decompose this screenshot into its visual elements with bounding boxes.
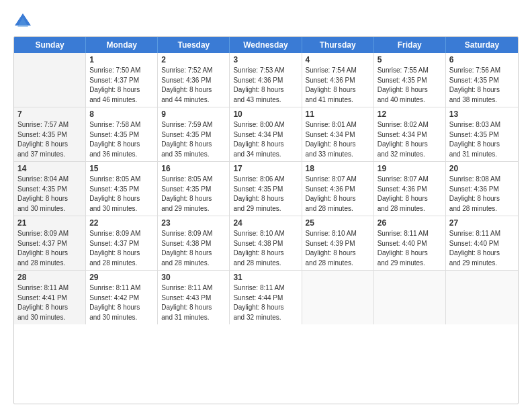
- calendar-cell: 1Sunrise: 7:50 AMSunset: 4:37 PMDaylight…: [86, 53, 158, 107]
- calendar-cell: 22Sunrise: 8:09 AMSunset: 4:37 PMDayligh…: [86, 216, 158, 270]
- calendar-cell: 13Sunrise: 8:03 AMSunset: 4:35 PMDayligh…: [446, 107, 518, 161]
- day-info: Sunrise: 8:11 AMSunset: 4:42 PMDaylight:…: [89, 283, 154, 322]
- day-number: 3: [233, 55, 298, 64]
- calendar-cell: [446, 271, 518, 324]
- day-info: Sunrise: 8:11 AMSunset: 4:40 PMDaylight:…: [449, 229, 515, 268]
- day-number: 1: [89, 55, 154, 64]
- day-number: 17: [233, 164, 298, 173]
- day-number: 12: [378, 109, 442, 119]
- day-number: 9: [161, 109, 226, 119]
- weekday-header: Saturday: [446, 37, 518, 53]
- calendar-cell: 25Sunrise: 8:10 AMSunset: 4:39 PMDayligh…: [302, 216, 374, 270]
- day-info: Sunrise: 7:59 AMSunset: 4:35 PMDaylight:…: [161, 120, 226, 159]
- day-info: Sunrise: 8:04 AMSunset: 4:35 PMDaylight:…: [17, 175, 82, 214]
- day-info: Sunrise: 7:55 AMSunset: 4:35 PMDaylight:…: [378, 66, 442, 105]
- day-info: Sunrise: 8:08 AMSunset: 4:36 PMDaylight:…: [449, 175, 515, 214]
- calendar-cell: 16Sunrise: 8:05 AMSunset: 4:35 PMDayligh…: [158, 162, 230, 216]
- day-info: Sunrise: 8:10 AMSunset: 4:38 PMDaylight:…: [233, 229, 298, 268]
- day-info: Sunrise: 8:11 AMSunset: 4:44 PMDaylight:…: [233, 283, 298, 322]
- day-number: 18: [306, 164, 370, 173]
- day-number: 20: [449, 164, 515, 173]
- day-number: 15: [89, 164, 154, 173]
- day-info: Sunrise: 8:09 AMSunset: 4:37 PMDaylight:…: [17, 229, 82, 268]
- day-info: Sunrise: 7:50 AMSunset: 4:37 PMDaylight:…: [89, 66, 154, 105]
- day-number: 2: [161, 55, 226, 64]
- day-info: Sunrise: 8:10 AMSunset: 4:39 PMDaylight:…: [306, 229, 370, 268]
- weekday-header: Sunday: [14, 37, 86, 53]
- calendar-cell: 7Sunrise: 7:57 AMSunset: 4:35 PMDaylight…: [14, 107, 86, 161]
- day-info: Sunrise: 8:09 AMSunset: 4:38 PMDaylight:…: [161, 229, 226, 268]
- day-number: 11: [306, 109, 370, 119]
- day-info: Sunrise: 8:11 AMSunset: 4:41 PMDaylight:…: [17, 283, 82, 322]
- calendar-cell: 21Sunrise: 8:09 AMSunset: 4:37 PMDayligh…: [14, 216, 86, 270]
- calendar-cell: 14Sunrise: 8:04 AMSunset: 4:35 PMDayligh…: [14, 162, 86, 216]
- calendar-week: 21Sunrise: 8:09 AMSunset: 4:37 PMDayligh…: [14, 216, 518, 271]
- calendar-cell: 12Sunrise: 8:02 AMSunset: 4:34 PMDayligh…: [374, 107, 446, 161]
- day-number: 7: [17, 109, 82, 119]
- weekday-header: Monday: [86, 37, 158, 53]
- day-number: 22: [89, 218, 154, 228]
- day-info: Sunrise: 7:53 AMSunset: 4:36 PMDaylight:…: [233, 66, 298, 105]
- weekday-header: Thursday: [302, 37, 374, 53]
- day-info: Sunrise: 7:56 AMSunset: 4:35 PMDaylight:…: [449, 66, 515, 105]
- weekday-header: Wednesday: [230, 37, 302, 53]
- calendar-page: SundayMondayTuesdayWednesdayThursdayFrid…: [0, 0, 532, 411]
- calendar-cell: [374, 271, 446, 324]
- logo: [13, 12, 35, 31]
- day-number: 23: [161, 218, 226, 228]
- day-number: 4: [306, 55, 370, 64]
- calendar-cell: 17Sunrise: 8:06 AMSunset: 4:35 PMDayligh…: [230, 162, 302, 216]
- calendar-cell: 26Sunrise: 8:11 AMSunset: 4:40 PMDayligh…: [374, 216, 446, 270]
- calendar: SundayMondayTuesdayWednesdayThursdayFrid…: [13, 36, 519, 404]
- calendar-week: 28Sunrise: 8:11 AMSunset: 4:41 PMDayligh…: [14, 271, 518, 324]
- day-info: Sunrise: 8:01 AMSunset: 4:34 PMDaylight:…: [306, 120, 370, 159]
- calendar-cell: 29Sunrise: 8:11 AMSunset: 4:42 PMDayligh…: [86, 271, 158, 324]
- day-info: Sunrise: 8:07 AMSunset: 4:36 PMDaylight:…: [306, 175, 370, 214]
- calendar-cell: 2Sunrise: 7:52 AMSunset: 4:36 PMDaylight…: [158, 53, 230, 107]
- day-info: Sunrise: 8:05 AMSunset: 4:35 PMDaylight:…: [89, 175, 154, 214]
- day-number: 5: [378, 55, 442, 64]
- day-number: 16: [161, 164, 226, 173]
- day-number: 25: [306, 218, 370, 228]
- day-number: 28: [17, 273, 82, 282]
- day-number: 31: [233, 273, 298, 282]
- calendar-cell: [14, 53, 86, 107]
- calendar-cell: [302, 271, 374, 324]
- day-info: Sunrise: 7:58 AMSunset: 4:35 PMDaylight:…: [89, 120, 154, 159]
- calendar-cell: 9Sunrise: 7:59 AMSunset: 4:35 PMDaylight…: [158, 107, 230, 161]
- weekday-header: Friday: [374, 37, 446, 53]
- calendar-cell: 28Sunrise: 8:11 AMSunset: 4:41 PMDayligh…: [14, 271, 86, 324]
- day-number: 26: [378, 218, 442, 228]
- day-number: 27: [449, 218, 515, 228]
- day-info: Sunrise: 7:57 AMSunset: 4:35 PMDaylight:…: [17, 120, 82, 159]
- day-number: 24: [233, 218, 298, 228]
- calendar-cell: 19Sunrise: 8:07 AMSunset: 4:36 PMDayligh…: [374, 162, 446, 216]
- day-number: 19: [378, 164, 442, 173]
- day-info: Sunrise: 8:02 AMSunset: 4:34 PMDaylight:…: [378, 120, 442, 159]
- calendar-cell: 5Sunrise: 7:55 AMSunset: 4:35 PMDaylight…: [374, 53, 446, 107]
- day-info: Sunrise: 8:03 AMSunset: 4:35 PMDaylight:…: [449, 120, 515, 159]
- calendar-cell: 27Sunrise: 8:11 AMSunset: 4:40 PMDayligh…: [446, 216, 518, 270]
- calendar-week: 7Sunrise: 7:57 AMSunset: 4:35 PMDaylight…: [14, 107, 518, 162]
- calendar-body: 1Sunrise: 7:50 AMSunset: 4:37 PMDaylight…: [14, 53, 518, 324]
- day-info: Sunrise: 7:52 AMSunset: 4:36 PMDaylight:…: [161, 66, 226, 105]
- calendar-cell: 18Sunrise: 8:07 AMSunset: 4:36 PMDayligh…: [302, 162, 374, 216]
- calendar-cell: 24Sunrise: 8:10 AMSunset: 4:38 PMDayligh…: [230, 216, 302, 270]
- calendar-cell: 31Sunrise: 8:11 AMSunset: 4:44 PMDayligh…: [230, 271, 302, 324]
- day-number: 14: [17, 164, 82, 173]
- calendar-week: 1Sunrise: 7:50 AMSunset: 4:37 PMDaylight…: [14, 53, 518, 107]
- day-number: 10: [233, 109, 298, 119]
- calendar-cell: 23Sunrise: 8:09 AMSunset: 4:38 PMDayligh…: [158, 216, 230, 270]
- day-info: Sunrise: 8:05 AMSunset: 4:35 PMDaylight:…: [161, 175, 226, 214]
- day-number: 8: [89, 109, 154, 119]
- day-number: 29: [89, 273, 154, 282]
- day-number: 13: [449, 109, 515, 119]
- day-number: 21: [17, 218, 82, 228]
- day-info: Sunrise: 8:06 AMSunset: 4:35 PMDaylight:…: [233, 175, 298, 214]
- calendar-header: SundayMondayTuesdayWednesdayThursdayFrid…: [14, 37, 518, 53]
- day-info: Sunrise: 8:11 AMSunset: 4:40 PMDaylight:…: [378, 229, 442, 268]
- day-info: Sunrise: 7:54 AMSunset: 4:36 PMDaylight:…: [306, 66, 370, 105]
- day-number: 6: [449, 55, 515, 64]
- weekday-header: Tuesday: [158, 37, 230, 53]
- day-number: 30: [161, 273, 226, 282]
